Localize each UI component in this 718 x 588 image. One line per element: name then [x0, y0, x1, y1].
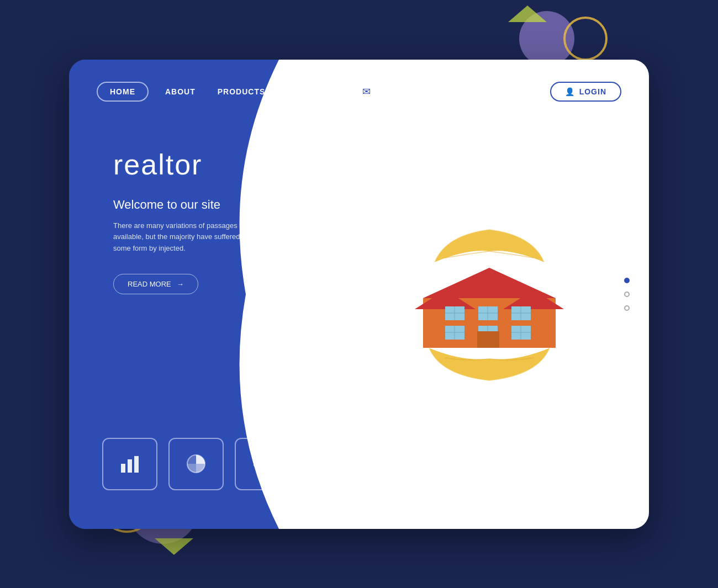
dot-3[interactable] [624, 305, 630, 311]
pie-chart-icon [185, 453, 207, 475]
svg-rect-2 [121, 464, 125, 473]
nav-products-item[interactable]: PRODUCTS [218, 87, 266, 96]
feature-icons-section [102, 438, 290, 490]
nav-contacts-item[interactable]: CONTACTS [287, 87, 334, 96]
hero-subtitle: Welcome to our site [113, 198, 290, 212]
email-icon: ✉ [362, 86, 371, 98]
feature-bar-chart[interactable] [102, 438, 157, 490]
house-svg [412, 259, 567, 348]
check-icon [251, 453, 273, 475]
svg-rect-3 [128, 459, 132, 473]
feature-check[interactable] [235, 438, 290, 490]
hero-body-text: There are many variations of passages of… [113, 220, 290, 255]
deco-circle-yellow-top [563, 17, 608, 61]
house-illustration [412, 218, 567, 392]
deco-house-top [508, 6, 547, 22]
right-illustration [330, 60, 650, 529]
deco-house-bottom [155, 538, 193, 555]
nav-about-item[interactable]: ABOUT [165, 87, 196, 96]
dot-2[interactable] [624, 292, 630, 297]
deco-circle-purple-top [519, 11, 574, 66]
arrow-icon: → [177, 280, 184, 288]
main-card: HOME ABOUT PRODUCTS CONTACTS ✉ 👤 LOGIN r… [69, 60, 649, 529]
feature-pie-chart[interactable] [168, 438, 224, 490]
svg-rect-4 [134, 456, 139, 473]
hero-title: realtor [113, 148, 290, 181]
hand-bottom-icon [418, 342, 561, 392]
user-icon: 👤 [565, 87, 575, 96]
dot-1[interactable] [624, 278, 630, 283]
hero-section: realtor Welcome to our site There are ma… [113, 148, 290, 294]
nav-home-button[interactable]: HOME [97, 82, 149, 102]
nav-email-button[interactable]: ✉ [353, 79, 379, 104]
login-label: LOGIN [579, 87, 606, 96]
navigation: HOME ABOUT PRODUCTS CONTACTS ✉ 👤 LOGIN [69, 60, 649, 124]
read-more-label: READ MORE [128, 280, 171, 288]
bar-chart-icon [119, 453, 141, 475]
nav-login-button[interactable]: 👤 LOGIN [550, 82, 621, 102]
read-more-button[interactable]: READ MORE → [113, 274, 198, 294]
slide-dots [624, 278, 630, 311]
